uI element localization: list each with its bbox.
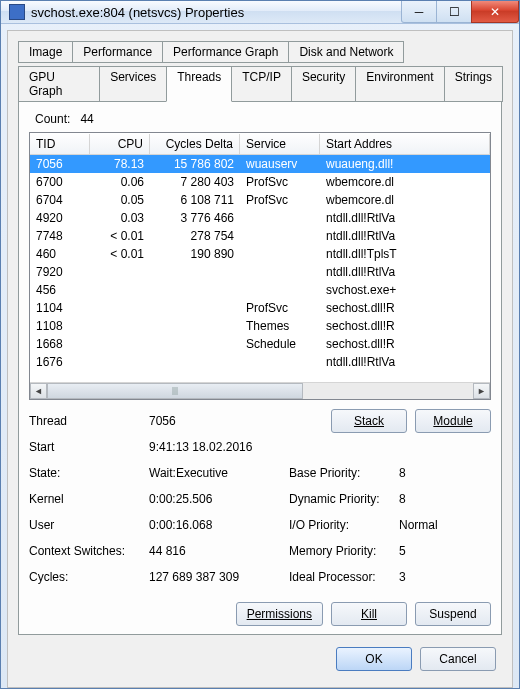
memory-priority-label: Memory Priority:: [289, 544, 399, 558]
close-button[interactable]: ✕: [471, 1, 519, 23]
cell-tid: 1108: [30, 318, 90, 334]
tab-tcpip[interactable]: TCP/IP: [231, 66, 292, 102]
table-row[interactable]: 67040.056 108 711ProfSvcwbemcore.dl: [30, 191, 490, 209]
module-button[interactable]: Module: [415, 409, 491, 433]
cell-tid: 456: [30, 282, 90, 298]
io-priority-label: I/O Priority:: [289, 518, 399, 532]
cell-cpu: < 0.01: [90, 246, 150, 262]
cell-cpu: [90, 271, 150, 273]
tab-strings[interactable]: Strings: [444, 66, 503, 102]
table-row[interactable]: 1104ProfSvcsechost.dll!R: [30, 299, 490, 317]
cell-start-address: svchost.exe+: [320, 282, 490, 298]
cell-cpu: 0.05: [90, 192, 150, 208]
window-title: svchost.exe:804 (netsvcs) Properties: [31, 5, 402, 20]
cell-tid: 4920: [30, 210, 90, 226]
tab-environment[interactable]: Environment: [355, 66, 444, 102]
cell-tid: 7920: [30, 264, 90, 280]
table-row[interactable]: 705678.1315 786 802wuauservwuaueng.dll!: [30, 155, 490, 173]
tab-performance[interactable]: Performance: [72, 41, 163, 63]
stack-button[interactable]: Stack: [331, 409, 407, 433]
cell-start-address: wuaueng.dll!: [320, 156, 490, 172]
cell-cpu: < 0.01: [90, 228, 150, 244]
maximize-button[interactable]: ☐: [436, 1, 472, 23]
table-row[interactable]: 67000.067 280 403ProfSvcwbemcore.dl: [30, 173, 490, 191]
thread-count: Count: 44: [35, 112, 491, 126]
cell-service: [240, 289, 320, 291]
table-row[interactable]: 49200.033 776 466ntdll.dll!RtlVa: [30, 209, 490, 227]
table-row[interactable]: 1668Schedulesechost.dll!R: [30, 335, 490, 353]
window-buttons: ─ ☐ ✕: [402, 1, 519, 23]
table-row[interactable]: 460< 0.01190 890ntdll.dll!TplsT: [30, 245, 490, 263]
table-row[interactable]: 456svchost.exe+: [30, 281, 490, 299]
tab-security[interactable]: Security: [291, 66, 356, 102]
col-service[interactable]: Service: [240, 134, 320, 154]
grip-icon: [172, 387, 177, 395]
threads-listview[interactable]: TID CPU Cycles Delta Service Start Addre…: [29, 132, 491, 400]
horizontal-scrollbar[interactable]: ◄ ►: [30, 382, 490, 399]
cell-cycles: [150, 343, 240, 345]
cell-cpu: [90, 325, 150, 327]
scroll-thumb[interactable]: [47, 383, 303, 399]
cell-tid: 1104: [30, 300, 90, 316]
thread-value: 7056: [149, 414, 289, 428]
dialog-body: Image Performance Performance Graph Disk…: [7, 30, 513, 688]
minimize-button[interactable]: ─: [401, 1, 437, 23]
memory-priority-value: 5: [399, 544, 459, 558]
thread-details: Thread 7056 Stack Module Start 9:41:13 1…: [29, 410, 491, 626]
cell-cycles: [150, 307, 240, 309]
cell-cpu: [90, 289, 150, 291]
scroll-right-icon[interactable]: ►: [473, 383, 490, 399]
cell-cpu: [90, 361, 150, 363]
tab-disk-network[interactable]: Disk and Network: [288, 41, 404, 63]
cell-service: [240, 361, 320, 363]
cell-tid: 6704: [30, 192, 90, 208]
cell-cycles: [150, 361, 240, 363]
col-cpu[interactable]: CPU: [90, 134, 150, 154]
ok-button[interactable]: OK: [336, 647, 412, 671]
table-row[interactable]: 7748< 0.01278 754ntdll.dll!RtlVa: [30, 227, 490, 245]
cell-tid: 7748: [30, 228, 90, 244]
cell-start-address: ntdll.dll!RtlVa: [320, 228, 490, 244]
col-tid[interactable]: TID: [30, 134, 90, 154]
tab-gpu-graph[interactable]: GPU Graph: [18, 66, 100, 102]
table-row[interactable]: 1108Themessechost.dll!R: [30, 317, 490, 335]
tab-image[interactable]: Image: [18, 41, 73, 63]
cell-start-address: wbemcore.dl: [320, 192, 490, 208]
scroll-left-icon[interactable]: ◄: [30, 383, 47, 399]
permissions-button[interactable]: Permissions: [236, 602, 323, 626]
cell-tid: 6700: [30, 174, 90, 190]
cell-cycles: 6 108 711: [150, 192, 240, 208]
user-label: User: [29, 518, 149, 532]
suspend-button[interactable]: Suspend: [415, 602, 491, 626]
cell-cpu: [90, 343, 150, 345]
dialog-footer: OK Cancel: [14, 639, 506, 681]
scroll-track[interactable]: [47, 383, 473, 399]
cell-cycles: 190 890: [150, 246, 240, 262]
tab-row-1: Image Performance Performance Graph Disk…: [14, 37, 506, 63]
cell-tid: 460: [30, 246, 90, 262]
properties-dialog: svchost.exe:804 (netsvcs) Properties ─ ☐…: [0, 0, 520, 689]
cell-service: wuauserv: [240, 156, 320, 172]
cell-cpu: 0.03: [90, 210, 150, 226]
start-label: Start: [29, 440, 149, 454]
context-switches-value: 44 816: [149, 544, 289, 558]
cell-service: ProfSvc: [240, 174, 320, 190]
cell-cycles: 7 280 403: [150, 174, 240, 190]
base-priority-value: 8: [399, 466, 459, 480]
cell-cycles: [150, 271, 240, 273]
cell-service: [240, 217, 320, 219]
kill-button[interactable]: Kill: [331, 602, 407, 626]
table-row[interactable]: 1676ntdll.dll!RtlVa: [30, 353, 490, 371]
user-value: 0:00:16.068: [149, 518, 289, 532]
start-value: 9:41:13 18.02.2016: [149, 440, 349, 454]
titlebar: svchost.exe:804 (netsvcs) Properties ─ ☐…: [1, 1, 519, 24]
col-start-address[interactable]: Start Addres: [320, 134, 490, 154]
cell-start-address: sechost.dll!R: [320, 318, 490, 334]
tab-services[interactable]: Services: [99, 66, 167, 102]
col-cycles[interactable]: Cycles Delta: [150, 134, 240, 154]
state-value: Wait:Executive: [149, 466, 289, 480]
cancel-button[interactable]: Cancel: [420, 647, 496, 671]
tab-threads[interactable]: Threads: [166, 66, 232, 102]
table-row[interactable]: 7920ntdll.dll!RtlVa: [30, 263, 490, 281]
tab-performance-graph[interactable]: Performance Graph: [162, 41, 289, 63]
